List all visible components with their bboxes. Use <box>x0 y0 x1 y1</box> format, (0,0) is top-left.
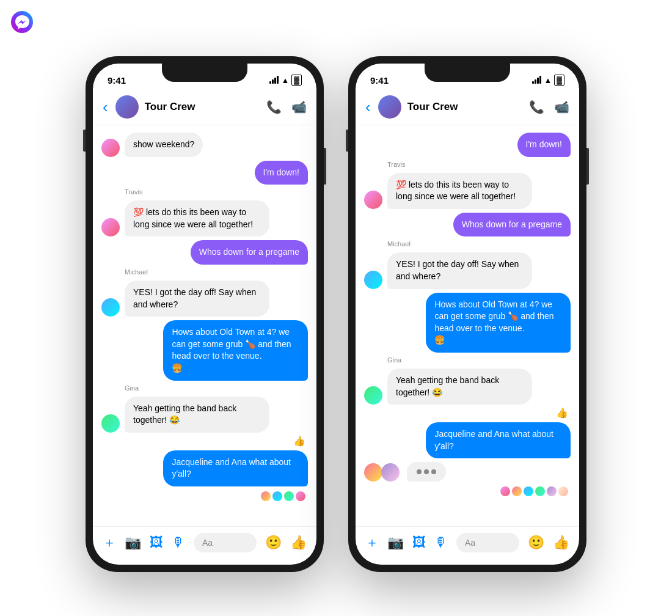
message-row: Yeah getting the band back together! 😂 <box>101 397 308 433</box>
reaction: 👍 <box>364 407 571 419</box>
add-button-2[interactable]: ＋ <box>365 534 379 552</box>
call-button-1[interactable]: 📞 <box>266 100 282 114</box>
signal-icon-2 <box>532 76 541 84</box>
bubble: YES! I got the day off! Say when and whe… <box>387 252 532 288</box>
message-row: Hows about Old Town at 4? we can get som… <box>364 293 571 353</box>
bubble: 💯 lets do this its been way to long sinc… <box>125 200 269 237</box>
call-button-2[interactable]: 📞 <box>529 100 544 114</box>
svg-point-0 <box>11 11 33 33</box>
text-input-2[interactable]: Aa <box>456 533 519 552</box>
emoji-button-1[interactable]: 🙂 <box>265 535 282 551</box>
messages-2: I'm down! Travis 💯 lets do this its been… <box>356 125 579 526</box>
message-row: I'm down! <box>101 161 308 185</box>
sender-name: Travis <box>387 161 571 168</box>
bubble: Hows about Old Town at 4? we can get som… <box>163 320 308 380</box>
bubble: Jacqueline and Ana what about y'all? <box>426 422 571 458</box>
message-row: Jacqueline and Ana what about y'all? <box>364 422 571 458</box>
video-button-2[interactable]: 📹 <box>554 100 569 114</box>
message-row: Yeah getting the band back together! 😂 <box>364 369 571 405</box>
read-receipt-avatar <box>535 486 545 496</box>
read-receipts <box>101 491 308 501</box>
avatar-user1 <box>364 463 382 482</box>
bubble: Jacqueline and Ana what about y'all? <box>163 450 308 486</box>
sender-name: Travis <box>125 188 308 196</box>
phone-2: 9:41 ▲ ▓ ‹ Tour Crew 📞 📹 <box>348 56 586 572</box>
typing-dot <box>424 469 429 474</box>
message-row: YES! I got the day off! Say when and whe… <box>364 252 571 288</box>
messages-1: show weekend? I'm down! Travis 💯 lets do… <box>93 125 316 526</box>
bubble: Yeah getting the band back together! 😂 <box>387 369 532 405</box>
avatar-michael <box>101 298 120 317</box>
bubble: Yeah getting the band back together! 😂 <box>125 397 269 433</box>
group-avatar-1 <box>115 95 139 119</box>
read-receipt-avatar <box>272 491 282 501</box>
thumb-button-2[interactable]: 👍 <box>553 535 569 551</box>
read-receipts <box>364 486 571 496</box>
notch-1 <box>162 64 247 82</box>
sender-name: Michael <box>387 240 571 248</box>
avatar-travis <box>364 191 382 209</box>
text-input-1[interactable]: Aa <box>194 533 257 552</box>
message-row: show weekend? <box>101 133 308 157</box>
message-row: Hows about Old Town at 4? we can get som… <box>101 320 308 380</box>
read-receipt-avatar <box>524 486 533 496</box>
avatar-gina <box>364 386 382 405</box>
battery-icon-2: ▓ <box>554 75 564 86</box>
emoji-button-2[interactable]: 🙂 <box>528 535 544 551</box>
status-icons-2: ▲ ▓ <box>532 75 564 86</box>
chat-title-2: Tour Crew <box>407 101 523 113</box>
messenger-logo <box>11 11 33 33</box>
sender-name: Gina <box>125 384 308 392</box>
back-button-1[interactable]: ‹ <box>103 98 108 117</box>
bubble: show weekend? <box>125 133 203 157</box>
video-button-1[interactable]: 📹 <box>291 100 307 114</box>
add-button-1[interactable]: ＋ <box>103 534 116 552</box>
chat-header-1: ‹ Tour Crew 📞 📹 <box>93 90 316 125</box>
avatar-gina <box>101 414 120 433</box>
wifi-icon-1: ▲ <box>281 76 289 85</box>
avatar-travis <box>101 139 120 157</box>
read-receipt-avatar <box>261 491 271 501</box>
avatar-michael <box>364 271 382 289</box>
camera-button-1[interactable]: 📷 <box>125 535 141 551</box>
header-actions-1: 📞 📹 <box>266 100 307 114</box>
phone-1: 9:41 ▲ ▓ ‹ Tour Crew 📞 📹 <box>86 56 324 572</box>
mic-button-1[interactable]: 🎙 <box>172 535 185 551</box>
image-button-2[interactable]: 🖼 <box>412 535 426 551</box>
status-time-1: 9:41 <box>108 75 126 86</box>
notch-2 <box>425 64 510 82</box>
message-row: YES! I got the day off! Say when and whe… <box>101 280 308 317</box>
bubble: 💯 lets do this its been way to long sinc… <box>387 173 532 209</box>
message-row: I'm down! <box>364 133 571 157</box>
back-button-2[interactable]: ‹ <box>365 98 371 117</box>
thumb-button-1[interactable]: 👍 <box>290 535 307 551</box>
read-receipt-avatar <box>512 486 522 496</box>
typing-dot <box>431 469 436 474</box>
read-receipt-avatar <box>296 491 305 501</box>
sender-name: Michael <box>125 268 308 276</box>
message-row: 💯 lets do this its been way to long sinc… <box>101 200 308 237</box>
status-icons-1: ▲ ▓ <box>269 75 302 86</box>
read-receipt-avatar <box>547 486 557 496</box>
message-row: Whos down for a pregame <box>364 213 571 237</box>
typing-indicator <box>364 462 571 482</box>
message-row: Whos down for a pregame <box>101 240 308 265</box>
wifi-icon-2: ▲ <box>544 76 552 85</box>
chat-header-2: ‹ Tour Crew 📞 📹 <box>356 90 579 125</box>
bubble: Whos down for a pregame <box>453 213 571 237</box>
chat-title-1: Tour Crew <box>145 101 260 113</box>
bubble: YES! I got the day off! Say when and whe… <box>125 280 269 317</box>
read-receipt-avatar <box>284 491 294 501</box>
mic-button-2[interactable]: 🎙 <box>434 535 448 551</box>
bubble: I'm down! <box>517 133 571 157</box>
camera-button-2[interactable]: 📷 <box>387 535 404 551</box>
image-button-1[interactable]: 🖼 <box>150 535 163 551</box>
signal-icon-1 <box>269 76 279 84</box>
status-time-2: 9:41 <box>370 75 389 86</box>
avatar-user2 <box>381 463 400 482</box>
typing-dot <box>417 469 422 474</box>
read-receipt-avatar <box>500 486 510 496</box>
avatar-travis <box>101 218 120 237</box>
chat-toolbar-2: ＋ 📷 🖼 🎙 Aa 🙂 👍 <box>356 526 579 565</box>
reaction: 👍 <box>101 435 308 447</box>
